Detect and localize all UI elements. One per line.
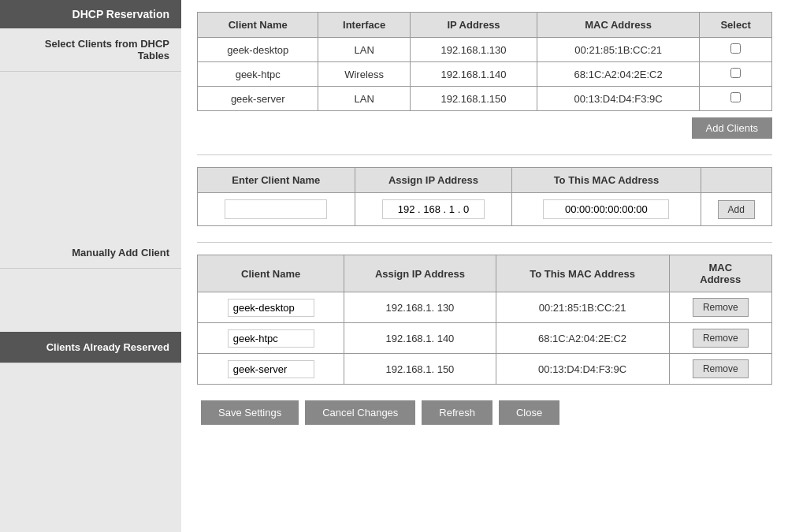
manual-add-button-cell: Add	[701, 193, 771, 226]
dhcp-row-mac: 00:13:D4:D4:F3:9C	[537, 87, 700, 111]
col-select: Select	[700, 13, 772, 38]
dhcp-table-row: geek-htpc Wireless 192.168.1.140 68:1C:A…	[198, 62, 772, 87]
res-row-mac: 68:1C:A2:04:2E:C2	[496, 323, 669, 354]
manual-mac-cell	[512, 193, 701, 226]
select-checkbox-1[interactable]	[730, 68, 741, 78]
manual-add-button[interactable]: Add	[718, 200, 755, 219]
select-checkbox-2[interactable]	[730, 92, 741, 102]
divider-1	[197, 154, 772, 155]
dhcp-table-row: geek-desktop LAN 192.168.1.130 00:21:85:…	[198, 38, 772, 62]
save-settings-button[interactable]: Save Settings	[201, 400, 299, 425]
main-content: Client Name Interface IP Address MAC Add…	[181, 0, 788, 532]
manual-name-input[interactable]	[225, 199, 327, 219]
dhcp-row-ip: 192.168.1.150	[410, 87, 537, 111]
dhcp-row-select[interactable]	[700, 62, 772, 87]
footer-buttons: Save Settings Cancel Changes Refresh Clo…	[197, 400, 772, 425]
manual-ip-cell	[355, 193, 512, 226]
col-interface: Interface	[318, 13, 410, 38]
reserved-table: Client Name Assign IP Address To This MA…	[197, 255, 772, 385]
divider-2	[197, 242, 772, 243]
col-assign-ip: Assign IP Address	[355, 168, 512, 193]
cancel-changes-button[interactable]: Cancel Changes	[305, 400, 415, 425]
dhcp-row-ip: 192.168.1.130	[410, 38, 537, 62]
res-col-to-mac: To This MAC Address	[496, 255, 669, 292]
col-client-name: Client Name	[198, 13, 318, 38]
res-row-name	[198, 323, 344, 354]
manual-add-row: Add	[198, 193, 772, 226]
remove-button-2[interactable]: Remove	[693, 359, 749, 378]
res-col-mac-address: MACAddress	[669, 255, 771, 292]
col-enter-client-name: Enter Client Name	[198, 168, 355, 193]
col-mac-address: MAC Address	[537, 13, 700, 38]
dhcp-row-select[interactable]	[700, 87, 772, 111]
res-col-assign-ip: Assign IP Address	[344, 255, 496, 292]
reserved-table-row: 192.168.1. 130 00:21:85:1B:CC:21 Remove	[198, 292, 772, 323]
res-row-mac: 00:21:85:1B:CC:21	[496, 292, 669, 323]
sidebar: DHCP Reservation Select Clients from DHC…	[0, 0, 181, 532]
dhcp-row-interface: LAN	[318, 38, 410, 62]
reserved-name-input-0[interactable]	[228, 299, 314, 317]
close-button[interactable]: Close	[499, 400, 559, 425]
col-add-action	[701, 168, 771, 193]
dhcp-row-name: geek-server	[198, 87, 318, 111]
remove-button-1[interactable]: Remove	[693, 329, 749, 348]
remove-button-0[interactable]: Remove	[693, 298, 749, 317]
dhcp-row-interface: Wireless	[318, 62, 410, 87]
dhcp-row-ip: 192.168.1.140	[410, 62, 537, 87]
dhcp-row-name: geek-htpc	[198, 62, 318, 87]
manual-add-table: Enter Client Name Assign IP Address To T…	[197, 167, 772, 226]
dhcp-row-mac: 68:1C:A2:04:2E:C2	[537, 62, 700, 87]
reserved-table-row: 192.168.1. 150 00:13:D4:D4:F3:9C Remove	[198, 354, 772, 385]
sidebar-section-reserved: Clients Already Reserved	[0, 332, 181, 363]
dhcp-row-mac: 00:21:85:1B:CC:21	[537, 38, 700, 62]
sidebar-title: DHCP Reservation	[0, 0, 181, 28]
res-row-remove[interactable]: Remove	[669, 292, 771, 323]
res-row-ip: 192.168.1. 150	[344, 354, 496, 385]
reserved-name-input-2[interactable]	[228, 360, 314, 378]
select-checkbox-0[interactable]	[730, 43, 741, 54]
res-row-name	[198, 354, 344, 385]
manual-ip-input[interactable]	[382, 199, 485, 219]
manual-mac-input[interactable]	[543, 199, 669, 219]
res-col-client-name: Client Name	[198, 255, 344, 292]
col-to-mac: To This MAC Address	[512, 168, 701, 193]
reserved-section: Client Name Assign IP Address To This MA…	[197, 255, 772, 385]
dhcp-clients-table: Client Name Interface IP Address MAC Add…	[197, 12, 772, 111]
dhcp-clients-section: Client Name Interface IP Address MAC Add…	[197, 12, 772, 139]
reserved-table-row: 192.168.1. 140 68:1C:A2:04:2E:C2 Remove	[198, 323, 772, 354]
manual-name-cell	[198, 193, 355, 226]
res-row-name	[198, 292, 344, 323]
reserved-name-input-1[interactable]	[228, 329, 314, 348]
res-row-ip: 192.168.1. 140	[344, 323, 496, 354]
add-clients-button[interactable]: Add Clients	[692, 117, 772, 139]
refresh-button[interactable]: Refresh	[422, 400, 492, 425]
add-clients-row: Add Clients	[197, 117, 772, 139]
res-row-ip: 192.168.1. 130	[344, 292, 496, 323]
res-row-remove[interactable]: Remove	[669, 323, 771, 354]
manual-add-section: Enter Client Name Assign IP Address To T…	[197, 167, 772, 226]
dhcp-row-name: geek-desktop	[198, 38, 318, 62]
dhcp-table-row: geek-server LAN 192.168.1.150 00:13:D4:D…	[198, 87, 772, 111]
res-row-mac: 00:13:D4:D4:F3:9C	[496, 354, 669, 385]
dhcp-row-select[interactable]	[700, 38, 772, 62]
col-ip-address: IP Address	[410, 13, 537, 38]
res-row-remove[interactable]: Remove	[669, 354, 771, 385]
dhcp-row-interface: LAN	[318, 87, 410, 111]
sidebar-section-manual: Manually Add Client	[0, 237, 181, 269]
sidebar-section-select: Select Clients from DHCP Tables	[0, 28, 181, 72]
